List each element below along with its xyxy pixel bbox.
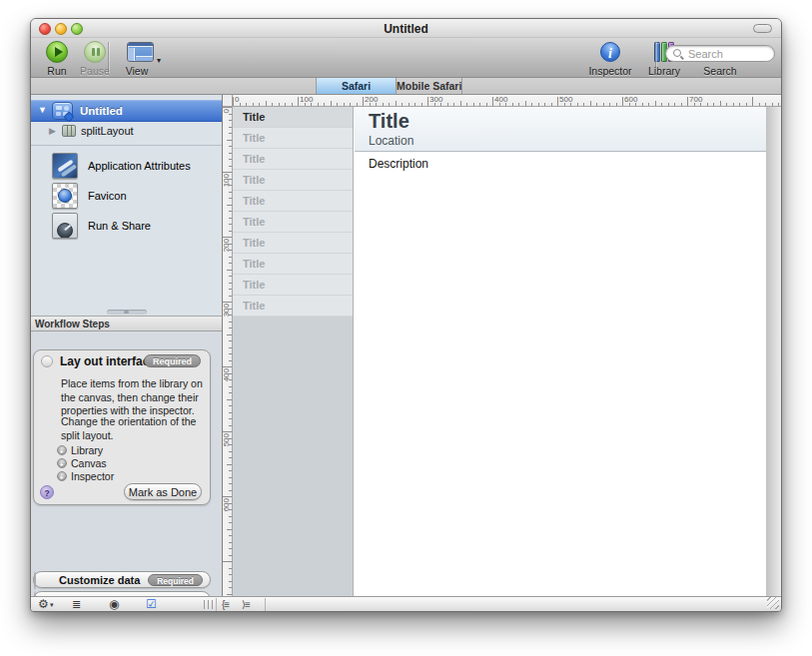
list-row[interactable]: Title: [233, 254, 353, 275]
ruler-label: 600: [624, 95, 637, 104]
destination-tab[interactable]: Mobile Safari: [396, 78, 462, 94]
list-row[interactable]: Title: [233, 191, 353, 212]
workflow-step-pill[interactable]: Set attributes: [33, 611, 211, 612]
toolbar-toggle-button[interactable]: [753, 24, 772, 33]
step-link-label: Inspector: [71, 470, 114, 482]
source-drawer-icon[interactable]: ⟩≡: [242, 597, 250, 612]
ruler-label: 0: [235, 95, 239, 104]
mark-as-done-button[interactable]: Mark as Done: [124, 483, 202, 500]
disclosure-open-icon[interactable]: ▼: [38, 105, 47, 115]
resource-label: Run & Share: [88, 220, 151, 232]
step-paragraph: Place items from the library on the canv…: [61, 377, 203, 418]
list-row[interactable]: Title: [233, 296, 353, 317]
sidebar-resource-item[interactable]: Favicon: [31, 182, 222, 212]
step-radio[interactable]: [41, 355, 53, 367]
detail-location[interactable]: Location: [369, 134, 413, 148]
detail-title[interactable]: Title: [369, 110, 409, 133]
play-bullet-icon: ▸: [57, 445, 67, 455]
inspector-button[interactable]: i Inspector: [579, 40, 641, 76]
workflow-steps-header: Workflow Steps: [31, 316, 222, 331]
list-row[interactable]: Title: [233, 233, 353, 254]
ruler-label: 300: [223, 304, 231, 317]
list-row-label: Title: [243, 258, 265, 270]
list-row-label: Title: [243, 111, 265, 123]
resize-grip[interactable]: [767, 597, 779, 609]
view-label: View: [117, 65, 157, 77]
inspector-icon: i: [600, 42, 620, 62]
list-row-label: Title: [243, 195, 265, 207]
list-row-label: Title: [243, 237, 265, 249]
run-button[interactable]: Run: [39, 40, 75, 76]
required-badge: Required: [144, 354, 201, 367]
resource-icon: [52, 153, 78, 179]
destination-tab[interactable]: Safari: [316, 78, 396, 94]
workflow-steps-panel: Lay out interface Required Place items f…: [31, 331, 222, 596]
detail-header[interactable]: Title Location: [355, 107, 766, 152]
steps-drawer-icon[interactable]: {≡: [222, 597, 229, 612]
ruler-label: 500: [559, 95, 572, 104]
disclosure-closed-icon[interactable]: ▶: [49, 126, 56, 136]
resource-label: Application Attributes: [88, 160, 191, 172]
list-row[interactable]: Title: [233, 170, 353, 191]
list-row[interactable]: Title: [233, 107, 353, 128]
ruler-label: 400: [223, 368, 231, 381]
record-icon[interactable]: ◉: [109, 597, 119, 612]
list-row-label: Title: [243, 153, 265, 165]
step-radio[interactable]: [34, 571, 36, 590]
sidebar-item-project[interactable]: ▼ Untitled: [31, 100, 222, 122]
pause-button[interactable]: Pause: [75, 40, 115, 76]
split-detail-pane[interactable]: Title Location Description: [355, 107, 766, 596]
vertical-ruler: 0100200300400500600: [223, 107, 233, 596]
toolbar-divider: [108, 42, 109, 73]
sidebar-item-splitlayout[interactable]: ▶ splitLayout: [31, 123, 222, 141]
title-bar: Untitled: [31, 19, 781, 38]
ruler-label: 0: [223, 109, 231, 113]
play-bullet-icon: ▸: [57, 471, 67, 481]
workflow-step-pill[interactable]: Customize data Required: [33, 571, 211, 588]
view-layout-icon: [127, 42, 154, 62]
play-icon: [55, 47, 63, 57]
resource-icon: [52, 213, 78, 239]
pause-label: Pause: [75, 65, 115, 77]
project-label: Untitled: [80, 105, 123, 117]
help-button[interactable]: ?: [40, 485, 54, 499]
list-row[interactable]: Title: [233, 275, 353, 296]
search-input[interactable]: [688, 47, 770, 60]
drag-handle-icon[interactable]: [204, 600, 213, 609]
inspector-label: Inspector: [579, 65, 641, 77]
ruler-label: 500: [223, 433, 231, 446]
list-rows: Title Title Title Title: [233, 107, 353, 317]
step-title: Customize data: [59, 574, 140, 586]
run-label: Run: [39, 65, 75, 77]
sidebar-resource-item[interactable]: Application Attributes: [31, 152, 222, 182]
splitlayout-label: splitLayout: [81, 125, 134, 137]
run-icon: [46, 41, 68, 63]
sidebar-resource-list: Application Attributes Favicon Run & Sha…: [31, 152, 222, 242]
ruler-label: 600: [223, 498, 231, 511]
list-row[interactable]: Title: [233, 128, 353, 149]
view-button[interactable]: ▾ View: [117, 40, 169, 76]
sidebar-resource-item[interactable]: Run & Share: [31, 212, 222, 242]
gear-icon[interactable]: ⚙: [38, 597, 49, 612]
splitter-handle[interactable]: [107, 310, 147, 315]
step-radio[interactable]: [34, 611, 36, 612]
search-field[interactable]: [665, 45, 775, 62]
splitlayout-icon: [62, 125, 76, 137]
canvas-area: 0100200300400500600700 01002003004005006…: [223, 95, 781, 596]
list-view-icon[interactable]: ≣: [72, 597, 81, 612]
list-row[interactable]: Title: [233, 149, 353, 170]
detail-description[interactable]: Description: [369, 157, 428, 171]
chevron-down-icon[interactable]: ▾: [50, 597, 54, 612]
ruler-corner: [223, 95, 233, 107]
split-list-pane[interactable]: Title Title Title Title: [233, 107, 354, 596]
list-row-label: Title: [243, 216, 265, 228]
list-row-label: Title: [243, 174, 265, 186]
pause-icon: [84, 41, 106, 63]
dashcode-window: Untitled Run Pause ▾ View i: [30, 18, 782, 612]
log-icon[interactable]: ☑: [146, 597, 157, 612]
workflow-active-step-card: Lay out interface Required Place items f…: [33, 349, 211, 505]
search-group: Search: [663, 40, 777, 76]
status-bar: ⚙ ▾ ≣ ◉ ☑ {≡ ⟩≡: [31, 596, 781, 611]
list-row[interactable]: Title: [233, 212, 353, 233]
search-icon: [673, 49, 681, 57]
